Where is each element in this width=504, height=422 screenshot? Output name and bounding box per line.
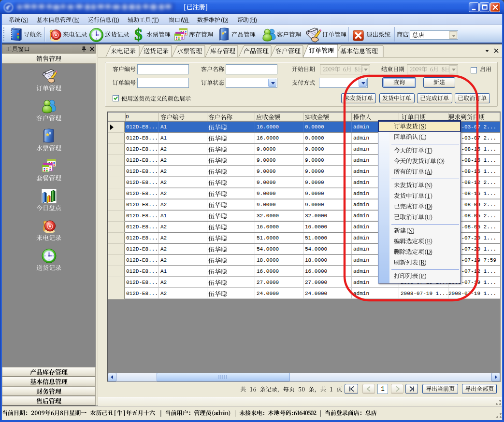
svg-text:$: $ — [134, 27, 142, 42]
